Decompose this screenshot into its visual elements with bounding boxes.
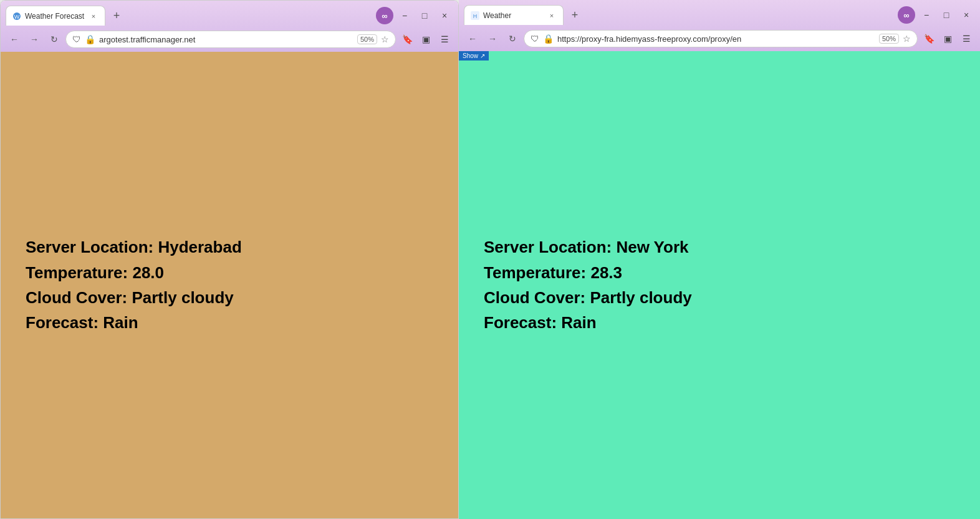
star-icon-1[interactable]: ☆ xyxy=(381,34,389,44)
address-bar-row-1: ← → ↻ 🛡 🔒 argotest.trafficmanager.net 50… xyxy=(1,27,458,52)
new-tab-button-1[interactable]: + xyxy=(108,7,125,24)
page-content-2: Server Location: New York Temperature: 2… xyxy=(459,51,980,519)
address-text-1[interactable]: argotest.trafficmanager.net xyxy=(99,35,353,44)
tab-weather[interactable]: H Weather × xyxy=(464,5,564,25)
browser-window-1: W Weather Forecast × + ∞ − □ × ← → ↻ 🛡 🔒… xyxy=(0,0,459,519)
server-location-1: Server Location: Hyderabad xyxy=(26,236,242,258)
temperature-1: Temperature: 28.0 xyxy=(26,261,242,284)
address-bar-2[interactable]: 🛡 🔒 https://proxy-fra.hidemyass-freeprox… xyxy=(524,30,918,47)
tab-bar-2: H Weather × + ∞ − □ × xyxy=(459,0,980,26)
minimize-button-1[interactable]: − xyxy=(396,7,413,24)
star-icon-2[interactable]: ☆ xyxy=(903,34,911,44)
tab-close-1[interactable]: × xyxy=(89,11,98,21)
browser-window-2: H Weather × + ∞ − □ × ← → ↻ 🛡 🔒 https://… xyxy=(459,0,980,519)
sidebar-icon-2[interactable]: ▣ xyxy=(939,30,956,47)
weather-info-2: Server Location: New York Temperature: 2… xyxy=(484,236,692,334)
server-location-2: Server Location: New York xyxy=(484,236,692,258)
address-bar-row-2: ← → ↻ 🛡 🔒 https://proxy-fra.hidemyass-fr… xyxy=(459,26,980,51)
temperature-2: Temperature: 28.3 xyxy=(484,261,692,284)
lock-icon-2: 🔒 xyxy=(543,34,554,44)
tab-title-2: Weather xyxy=(483,11,543,20)
close-button-1[interactable]: × xyxy=(436,7,453,24)
refresh-button-1[interactable]: ↻ xyxy=(46,31,63,48)
forward-button-2[interactable]: → xyxy=(484,30,501,47)
bookmark-icon-1[interactable]: 🔖 xyxy=(398,31,416,48)
back-button-1[interactable]: ← xyxy=(6,31,23,48)
tab-weather-forecast[interactable]: W Weather Forecast × xyxy=(6,6,105,26)
bookmark-icon-2[interactable]: 🔖 xyxy=(920,30,938,47)
close-button-2[interactable]: × xyxy=(958,6,975,24)
maximize-button-2[interactable]: □ xyxy=(938,6,955,24)
lock-icon-1: 🔒 xyxy=(85,34,95,44)
svg-text:H: H xyxy=(473,13,478,19)
forward-button-1[interactable]: → xyxy=(26,31,43,48)
shield-icon-1: 🛡 xyxy=(72,34,81,44)
page-content-wrapper-2: Show ↗ Server Location: New York Tempera… xyxy=(459,51,980,519)
address-text-2[interactable]: https://proxy-fra.hidemyass-freeproxy.co… xyxy=(557,34,875,44)
sidebar-icon-1[interactable]: ▣ xyxy=(417,31,435,48)
refresh-button-2[interactable]: ↻ xyxy=(504,30,521,47)
toolbar-icons-2: 🔖 ▣ ☰ xyxy=(920,30,975,47)
forecast-2: Forecast: Rain xyxy=(484,311,692,334)
back-button-2[interactable]: ← xyxy=(464,30,481,47)
svg-text:W: W xyxy=(14,14,20,20)
cloud-cover-1: Cloud Cover: Partly cloudy xyxy=(26,286,242,309)
tab-title-1: Weather Forecast xyxy=(25,12,85,21)
new-tab-button-2[interactable]: + xyxy=(566,6,584,24)
infinity-icon-2: ∞ xyxy=(898,6,915,24)
menu-icon-1[interactable]: ☰ xyxy=(436,31,453,48)
shield-icon-2: 🛡 xyxy=(531,34,539,44)
weather-info-1: Server Location: Hyderabad Temperature: … xyxy=(26,236,242,334)
forecast-1: Forecast: Rain xyxy=(26,311,242,334)
infinity-icon-1: ∞ xyxy=(376,7,393,24)
tab-favicon-1: W xyxy=(12,12,21,21)
address-bar-1[interactable]: 🛡 🔒 argotest.trafficmanager.net 50% ☆ xyxy=(65,31,396,48)
browser-chrome-2: H Weather × + ∞ − □ × ← → ↻ 🛡 🔒 https://… xyxy=(459,0,980,51)
cloud-cover-2: Cloud Cover: Partly cloudy xyxy=(484,286,692,309)
page-content-1: Server Location: Hyderabad Temperature: … xyxy=(1,52,458,518)
tab-bar-1: W Weather Forecast × + ∞ − □ × xyxy=(1,1,458,27)
tab-close-2[interactable]: × xyxy=(547,11,557,21)
menu-icon-2[interactable]: ☰ xyxy=(958,30,975,47)
maximize-button-1[interactable]: □ xyxy=(416,7,433,24)
tab-favicon-2: H xyxy=(471,11,479,20)
zoom-badge-2: 50% xyxy=(879,34,899,44)
browser-chrome-1: W Weather Forecast × + ∞ − □ × ← → ↻ 🛡 🔒… xyxy=(1,1,458,52)
show-banner[interactable]: Show ↗ xyxy=(459,51,489,61)
toolbar-icons-1: 🔖 ▣ ☰ xyxy=(398,31,453,48)
zoom-badge-1: 50% xyxy=(357,34,377,44)
minimize-button-2[interactable]: − xyxy=(918,6,935,24)
